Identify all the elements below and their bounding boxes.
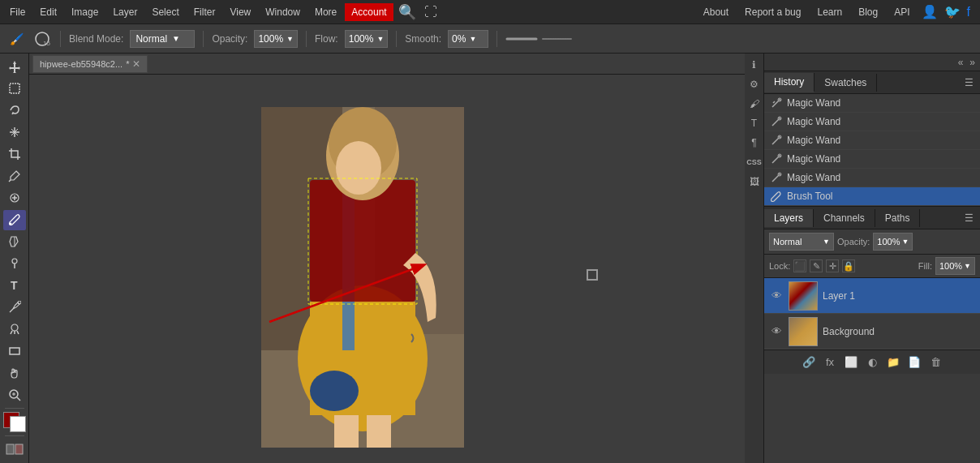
layer-thumbnail-icon[interactable]: 🖼 <box>746 174 763 190</box>
lock-pixels-btn[interactable]: ⬛ <box>793 259 806 272</box>
history-item-1[interactable]: Magic Wand <box>764 113 980 131</box>
color-swatches[interactable] <box>3 412 26 432</box>
crop-tool[interactable] <box>3 144 26 165</box>
quick-mask-btn[interactable] <box>3 439 26 460</box>
menu-image[interactable]: Image <box>65 3 105 21</box>
magic-wand-tool[interactable] <box>3 122 26 143</box>
menu-blog[interactable]: Blog <box>853 3 883 21</box>
opacity-control[interactable]: 100% ▼ <box>254 30 298 48</box>
tab-swatches[interactable]: Swatches <box>815 74 877 92</box>
collapse-right-btn[interactable]: » <box>968 55 977 70</box>
css-icon[interactable]: CSS <box>746 154 763 170</box>
history-item-2[interactable]: Magic Wand <box>764 131 980 150</box>
dodge-tool[interactable] <box>3 254 26 274</box>
rectangle-tool[interactable] <box>3 341 26 361</box>
tab-close-button[interactable]: ✕ <box>132 58 140 70</box>
layer-item-0[interactable]: 👁 Layer 1 <box>764 278 980 314</box>
delete-layer-btn[interactable]: 🗑 <box>927 354 943 371</box>
hand-tool[interactable] <box>3 362 26 383</box>
right-main: « » History Swatches ☰ Magic Wand <box>764 54 980 463</box>
brush-tool[interactable] <box>3 210 26 230</box>
lock-position-btn[interactable]: ✎ <box>810 259 823 272</box>
menu-file[interactable]: File <box>3 3 32 21</box>
background-color[interactable] <box>10 416 26 432</box>
adjustments-icon[interactable]: ⚙ <box>746 76 763 92</box>
tab-history[interactable]: History <box>764 73 815 92</box>
menu-more[interactable]: More <box>308 3 343 21</box>
layer-blend-mode-dropdown[interactable]: Normal ▼ <box>769 233 834 251</box>
menu-edit[interactable]: Edit <box>33 3 63 21</box>
layer-visibility-1[interactable]: 👁 <box>769 324 784 339</box>
adjustment-layer-btn[interactable]: ◐ <box>864 354 880 371</box>
new-group-btn[interactable]: 📁 <box>885 354 901 371</box>
collapse-left-btn[interactable]: « <box>956 55 965 70</box>
smooth-control[interactable]: 0% ▼ <box>448 30 488 48</box>
tab-bar: hipwee-eb55948c2... * ✕ <box>29 54 745 75</box>
history-panel-menu[interactable]: ☰ <box>958 74 980 92</box>
menu-api[interactable]: API <box>889 3 914 21</box>
history-item-5[interactable]: Brush Tool <box>764 187 980 206</box>
layer-item-1[interactable]: 👁 Background <box>764 314 980 349</box>
menu-about[interactable]: About <box>698 3 733 21</box>
menu-layer[interactable]: Layer <box>106 3 144 21</box>
text-tool[interactable]: T <box>3 276 26 296</box>
lasso-tool[interactable] <box>3 101 26 121</box>
canvas-image[interactable] <box>261 107 464 448</box>
layer-visibility-0[interactable]: 👁 <box>769 289 784 303</box>
pen-tool[interactable] <box>3 297 26 317</box>
opacity-label: Opacity: <box>212 33 247 45</box>
move-tool[interactable] <box>3 57 26 77</box>
layer-mask-btn[interactable]: ⬜ <box>843 354 859 371</box>
tab-channels[interactable]: Channels <box>814 209 875 227</box>
flow-control[interactable]: 100% ▼ <box>345 30 389 48</box>
history-item-3[interactable]: Magic Wand <box>764 150 980 169</box>
canvas-tab[interactable]: hipwee-eb55948c2... * ✕ <box>32 55 148 73</box>
healing-tool[interactable] <box>3 188 26 208</box>
zoom-tool[interactable] <box>3 384 26 405</box>
history-item-4[interactable]: Magic Wand <box>764 169 980 187</box>
search-icon[interactable]: 🔍 <box>395 3 419 21</box>
brush-settings-icon[interactable]: 15 <box>32 29 52 49</box>
tab-filename: hipwee-eb55948c2... <box>40 59 122 69</box>
magic-wand-icon-2 <box>771 135 782 146</box>
facebook-icon: f <box>967 5 970 19</box>
svg-rect-30 <box>15 444 23 454</box>
layer-effects-btn[interactable]: fx <box>822 354 838 371</box>
lock-all-btn[interactable]: 🔒 <box>842 259 855 272</box>
eyedropper-tool[interactable] <box>3 166 26 186</box>
new-layer-btn[interactable]: 📄 <box>906 354 922 371</box>
svg-marker-3 <box>9 61 20 73</box>
layer-blend-controls: Normal ▼ Opacity: 100% ▼ <box>764 229 980 255</box>
menu-account[interactable]: Account <box>345 3 393 21</box>
tool-separator <box>5 408 24 409</box>
canvas-viewport[interactable] <box>29 75 745 463</box>
menu-view[interactable]: View <box>223 3 257 21</box>
smudge-tool[interactable] <box>3 319 26 339</box>
menu-window[interactable]: Window <box>259 3 307 21</box>
selection-tool[interactable] <box>3 79 26 99</box>
tab-layers[interactable]: Layers <box>764 209 814 227</box>
brush-side-icon[interactable]: 🖌 <box>746 96 763 112</box>
brush-tool-icon-5 <box>771 191 782 202</box>
fullscreen-icon[interactable]: ⛶ <box>421 5 441 19</box>
paragraph-side-icon[interactable]: ¶ <box>746 135 763 151</box>
layers-panel: Layers Channels Paths ☰ Normal ▼ Opacity… <box>764 207 980 463</box>
layer-opacity-control[interactable]: 100% ▼ <box>873 233 913 251</box>
panel-bottom-bar: 🔗 fx ⬜ ◐ 📁 📄 🗑 <box>764 349 980 374</box>
menu-report-bug[interactable]: Report a bug <box>740 3 806 21</box>
layers-panel-menu[interactable]: ☰ <box>958 209 980 227</box>
menu-filter[interactable]: Filter <box>187 3 222 21</box>
paint-bucket-tool[interactable] <box>3 232 26 252</box>
info-icon[interactable]: ℹ <box>746 57 763 73</box>
menu-select[interactable]: Select <box>145 3 185 21</box>
fill-control[interactable]: 100% ▼ <box>935 257 975 275</box>
tab-paths[interactable]: Paths <box>875 209 921 227</box>
menu-learn[interactable]: Learn <box>812 3 847 21</box>
lock-move-btn[interactable]: ✛ <box>826 259 839 272</box>
brush-tool-icon[interactable]: 🖌️ <box>6 29 26 49</box>
text-side-icon[interactable]: T <box>746 115 763 131</box>
history-item-name-1: Magic Wand <box>787 116 840 127</box>
blend-mode-dropdown[interactable]: Normal ▼ <box>130 30 195 48</box>
history-item-0[interactable]: Magic Wand <box>764 94 980 113</box>
link-layers-btn[interactable]: 🔗 <box>801 354 817 371</box>
